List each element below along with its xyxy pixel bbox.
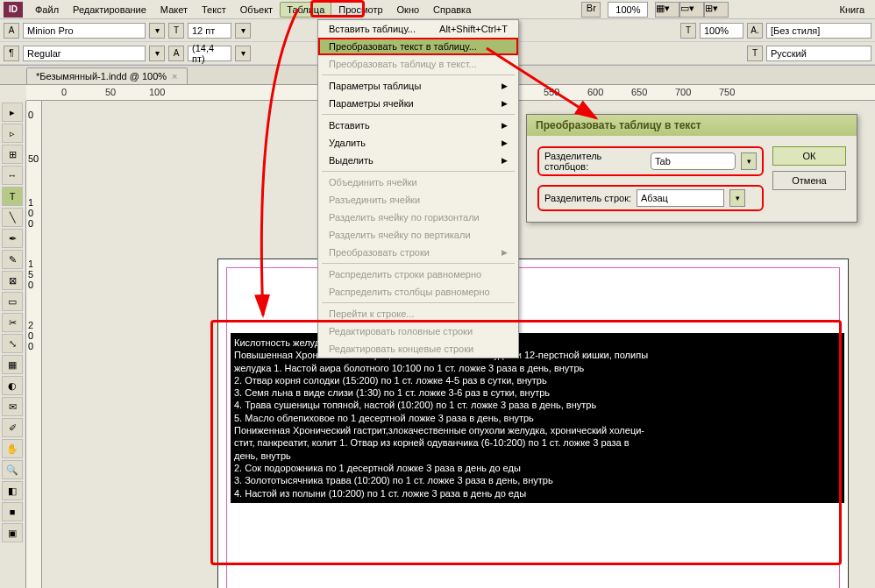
direct-selection-tool-icon[interactable]: ▹ xyxy=(2,124,23,143)
menu-item-label: Разделить ячейку по горизонтали xyxy=(329,212,480,223)
convert-table-dialog: Преобразовать таблицу в текст Разделител… xyxy=(526,114,857,223)
menu-window[interactable]: Окно xyxy=(390,2,427,18)
char-formatting-icon[interactable]: A xyxy=(4,23,19,39)
menu-edit[interactable]: Редактирование xyxy=(66,2,153,18)
menu-table[interactable]: Таблица xyxy=(280,2,331,18)
note-tool-icon[interactable]: ✉ xyxy=(2,397,23,416)
leading-field[interactable]: (14,4 пт) xyxy=(188,46,231,61)
font-size-field[interactable]: 12 пт xyxy=(188,23,231,39)
menu-file[interactable]: Файл xyxy=(28,2,66,18)
menu-text[interactable]: Текст xyxy=(195,2,233,18)
row-separator-field[interactable]: Абзац xyxy=(637,189,724,207)
tools-panel: ▸ ▹ ⊞ ↔ T ╲ ✒ ✎ ⊠ ▭ ✂ ⤡ ▦ ◐ ✉ ✐ ✋ 🔍 ◧ ■ … xyxy=(0,101,26,588)
close-tab-icon[interactable]: × xyxy=(172,71,177,81)
pencil-tool-icon[interactable]: ✎ xyxy=(2,250,23,269)
text-line: 4. Трава сушеницы топяной, настой (10:20… xyxy=(234,399,841,411)
char-style-field[interactable]: [Без стиля] xyxy=(766,23,871,39)
zoom-tool-icon[interactable]: 🔍 xyxy=(2,460,23,479)
submenu-arrow-icon: ▶ xyxy=(502,99,508,108)
workspace-switcher[interactable]: Книга xyxy=(833,2,872,18)
arrange-icon[interactable]: ⊞▾ xyxy=(704,2,729,18)
cancel-button[interactable]: Отмена xyxy=(772,171,846,190)
menu-separator xyxy=(322,302,515,303)
menu-item-label: Редактировать концевые строки xyxy=(329,344,473,354)
table-menu-dropdown: Вставить таблицу... Alt+Shift+Ctrl+T Пре… xyxy=(317,19,519,358)
zoom-field[interactable]: 100% xyxy=(608,2,648,18)
menu-edit-header: Редактировать головные строки xyxy=(318,322,518,340)
screen-mode-icon[interactable]: ▭▾ xyxy=(679,2,704,18)
scissors-tool-icon[interactable]: ✂ xyxy=(2,313,23,332)
char-style-icon: A. xyxy=(747,23,763,39)
text-line: 5. Масло облепиховое по 1 десертной ложк… xyxy=(234,412,841,424)
menu-table-options[interactable]: Параметры таблицы▶ xyxy=(318,77,518,95)
gap-tool-icon[interactable]: ↔ xyxy=(2,166,23,185)
text-line: Пониженная Хронический гастрит,злокачест… xyxy=(234,424,841,436)
menu-select[interactable]: Выделить▶ xyxy=(318,152,518,169)
menu-merge-cells: Объединить ячейки xyxy=(318,174,518,191)
menu-help[interactable]: Справка xyxy=(426,2,478,18)
row-separator-dropdown-icon[interactable]: ▾ xyxy=(729,189,745,207)
menu-goto-row: Перейти к строке... xyxy=(318,305,518,322)
menu-item-label: Преобразовать строки xyxy=(329,247,430,258)
menu-item-label: Распределить строки равномерно xyxy=(329,269,481,280)
menu-delete[interactable]: Удалить▶ xyxy=(318,134,518,152)
selection-tool-icon[interactable]: ▸ xyxy=(2,103,23,122)
lang-icon: T xyxy=(747,46,763,61)
font-size-icon: T xyxy=(168,23,184,39)
menu-item-label: Объединить ячейки xyxy=(329,177,417,188)
column-separator-dropdown-icon[interactable]: ▾ xyxy=(741,152,757,170)
view-options-icon[interactable]: ▦▾ xyxy=(655,2,679,18)
menu-view[interactable]: Просмотр xyxy=(331,2,389,18)
menu-insert-table[interactable]: Вставить таблицу... Alt+Shift+Ctrl+T xyxy=(318,20,518,38)
menu-object[interactable]: Объект xyxy=(233,2,280,18)
para-formatting-icon[interactable]: ¶ xyxy=(4,46,19,61)
menu-convert-text-to-table[interactable]: Преобразовать текст в таблицу... xyxy=(318,38,518,55)
fill-stroke-icon[interactable]: ◧ xyxy=(2,481,23,500)
menu-item-label: Редактировать головные строки xyxy=(329,326,473,337)
menu-unmerge-cells: Разъединить ячейки xyxy=(318,191,518,209)
rectangle-frame-tool-icon[interactable]: ⊠ xyxy=(2,271,23,290)
gradient-swatch-tool-icon[interactable]: ▦ xyxy=(2,355,23,374)
color-apply-icon[interactable]: ■ xyxy=(2,502,23,521)
bridge-icon[interactable]: Br xyxy=(581,2,601,18)
menu-separator xyxy=(322,171,515,172)
hand-tool-icon[interactable]: ✋ xyxy=(2,439,23,458)
menu-layout[interactable]: Макет xyxy=(153,2,195,18)
line-tool-icon[interactable]: ╲ xyxy=(2,208,23,227)
text-scale-icon: T xyxy=(680,23,696,39)
menu-convert-table-to-text: Преобразовать таблицу в текст... xyxy=(318,55,518,73)
language-field[interactable]: Русский xyxy=(766,46,871,61)
menu-item-label: Преобразовать текст в таблицу... xyxy=(329,41,477,52)
menu-insert[interactable]: Вставить▶ xyxy=(318,117,518,134)
size-dropdown-icon[interactable]: ▾ xyxy=(235,23,251,39)
menu-item-label: Распределить столбцы равномерно xyxy=(329,287,490,297)
column-separator-field[interactable]: Tab xyxy=(651,152,736,170)
leading-icon: A xyxy=(168,46,184,61)
text-scale-field[interactable]: 100% xyxy=(700,23,743,39)
selected-text-frame[interactable]: Кислотность желудочного сока Заболевания… xyxy=(231,333,844,503)
leading-dropdown-icon[interactable]: ▾ xyxy=(235,46,251,61)
menu-cell-options[interactable]: Параметры ячейки▶ xyxy=(318,95,518,112)
gradient-feather-tool-icon[interactable]: ◐ xyxy=(2,376,23,395)
submenu-arrow-icon: ▶ xyxy=(502,81,508,90)
submenu-arrow-icon: ▶ xyxy=(502,248,508,257)
menu-item-label: Перейти к строке... xyxy=(329,308,415,319)
document-tab[interactable]: *Безымянный-1.indd @ 100% × xyxy=(26,67,188,84)
text-line: стит, панкреатит, колит 1. Отвар из корн… xyxy=(234,436,841,449)
free-transform-tool-icon[interactable]: ⤡ xyxy=(2,334,23,353)
menu-separator xyxy=(322,114,515,115)
font-style-field[interactable]: Regular xyxy=(23,46,146,61)
view-mode-icon[interactable]: ▣ xyxy=(2,523,23,542)
font-dropdown-icon[interactable]: ▾ xyxy=(149,23,165,39)
pen-tool-icon[interactable]: ✒ xyxy=(2,229,23,248)
ok-button[interactable]: ОК xyxy=(772,146,846,166)
text-line: 2. Отвар корня солодки (15:200) по 1 ст.… xyxy=(234,374,841,386)
eyedropper-tool-icon[interactable]: ✐ xyxy=(2,418,23,437)
menu-item-label: Параметры ячейки xyxy=(329,98,414,109)
page-tool-icon[interactable]: ⊞ xyxy=(2,145,23,164)
style-dropdown-icon[interactable]: ▾ xyxy=(149,46,165,61)
type-tool-icon[interactable]: T xyxy=(2,187,23,206)
font-family-field[interactable]: Minion Pro xyxy=(23,23,146,39)
rectangle-tool-icon[interactable]: ▭ xyxy=(2,292,23,311)
text-line: желудка 1. Настой аира болотного 10:100 … xyxy=(234,362,841,374)
